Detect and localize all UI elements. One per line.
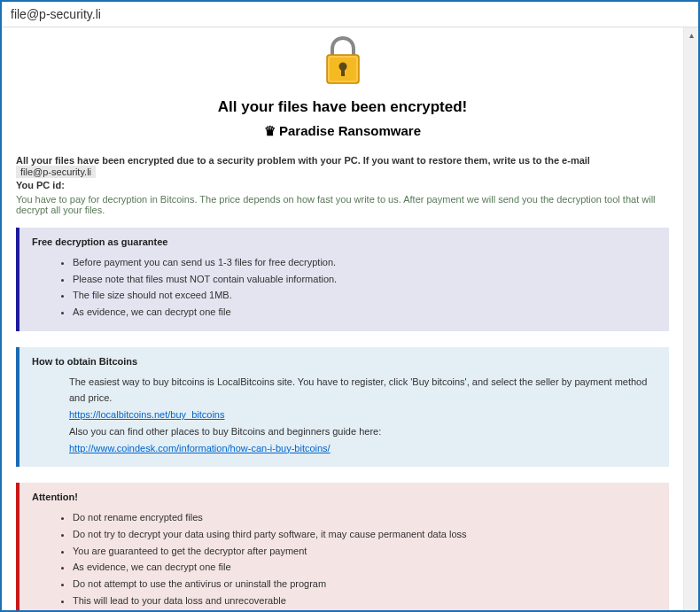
bitcoins-link2-wrap: http://www.coindesk.com/information/how-…	[32, 440, 657, 457]
guarantee-title: Free decryption as guarantee	[32, 236, 657, 247]
list-item: Decoders of other users is not suitable …	[73, 608, 657, 610]
intro-bold-1: All your files have been encrypted due t…	[16, 155, 590, 166]
bitcoins-title: How to obtain Bitcoins	[32, 356, 657, 367]
list-item: Do not rename encrypted files	[73, 509, 657, 526]
list-item: Do not try to decrypt your data using th…	[73, 526, 657, 543]
content-area: All your files have been encrypted! ♛Par…	[2, 27, 683, 610]
list-item: The file size should not exceed 1MB.	[73, 287, 657, 304]
list-item: As evidence, we can decrypt one file	[73, 304, 657, 321]
attention-list: Do not rename encrypted files Do not try…	[32, 509, 657, 610]
list-item: You are guaranteed to get the decryptor …	[73, 543, 657, 560]
intro-line-2: You PC id:	[16, 180, 669, 190]
sub-heading-text: Paradise Ransomware	[279, 123, 421, 138]
section-guarantee: Free decryption as guarantee Before paym…	[16, 228, 669, 331]
localbitcoins-link[interactable]: https://localbitcoins.net/buy_bitcoins	[69, 409, 225, 420]
content-wrapper: All your files have been encrypted! ♛Par…	[2, 27, 698, 610]
lock-icon	[322, 36, 364, 91]
pc-id-label: You PC id:	[16, 180, 65, 190]
email-badge: file@p-security.li	[16, 166, 96, 178]
list-item: This will lead to your data loss and unr…	[73, 593, 657, 609]
crown-icon: ♛	[264, 123, 276, 139]
sub-heading: ♛Paradise Ransomware	[16, 123, 669, 139]
lock-container	[16, 36, 669, 91]
coindesk-link[interactable]: http://www.coindesk.com/information/how-…	[69, 443, 331, 453]
list-item: As evidence, we can decrypt one file	[73, 559, 657, 576]
section-bitcoins: How to obtain Bitcoins The easiest way t…	[16, 347, 669, 467]
section-attention: Attention! Do not rename encrypted files…	[16, 483, 669, 610]
list-item: Please note that files must NOT contain …	[73, 271, 657, 288]
attention-title: Attention!	[32, 492, 657, 502]
guarantee-list: Before payment you can send us 1-3 files…	[32, 254, 657, 321]
intro-line-1: All your files have been encrypted due t…	[16, 155, 669, 178]
window-title: file@p-security.li	[11, 7, 101, 21]
vertical-scrollbar[interactable]: ▴	[683, 27, 698, 610]
bitcoins-line1: The easiest way to buy bitcoins is Local…	[32, 374, 657, 407]
payment-instruction: You have to pay for decryption in Bitcoi…	[16, 194, 669, 215]
list-item: Before payment you can send us 1-3 files…	[73, 254, 657, 271]
scroll-up-arrow-icon[interactable]: ▴	[684, 27, 698, 43]
app-window: file@p-security.li All your files have b…	[0, 0, 700, 612]
window-titlebar: file@p-security.li	[2, 2, 698, 27]
list-item: Do not attempt to use the antivirus or u…	[73, 576, 657, 593]
main-heading: All your files have been encrypted!	[16, 98, 669, 116]
bitcoins-link1-wrap: https://localbitcoins.net/buy_bitcoins	[32, 407, 657, 423]
svg-rect-3	[341, 68, 345, 76]
bitcoins-line2: Also you can find other places to buy Bi…	[32, 423, 657, 440]
